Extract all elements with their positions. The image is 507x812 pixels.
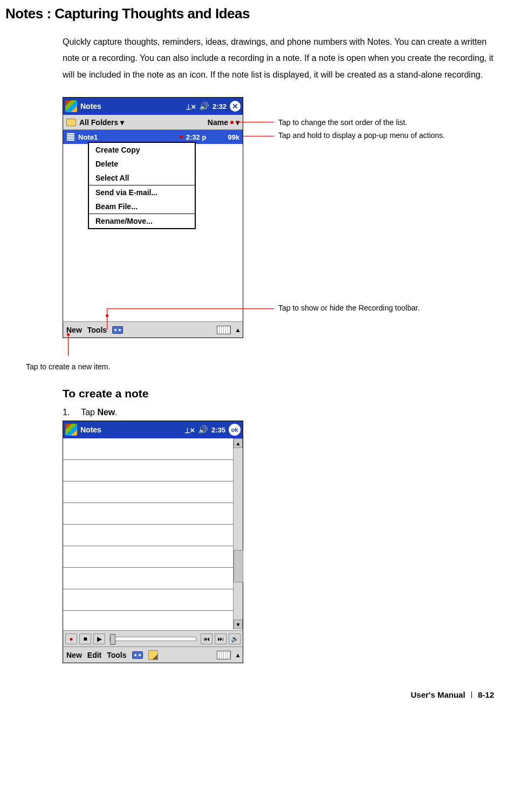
bottom-toolbar: New Edit Tools ▴ bbox=[63, 646, 243, 663]
app-title: Notes bbox=[80, 425, 185, 434]
vertical-scrollbar[interactable]: ▲ ▼ bbox=[233, 438, 243, 629]
folder-dropdown[interactable]: All Folders ▾ bbox=[79, 118, 124, 127]
callout-dot-icon bbox=[180, 135, 183, 139]
sip-arrow-icon[interactable]: ▴ bbox=[236, 326, 239, 334]
scroll-down-button[interactable]: ▼ bbox=[234, 620, 243, 629]
stop-button[interactable]: ■ bbox=[79, 634, 91, 644]
notes-list-screenshot: Notes ⟂× 🔊 2:32 ✕ All Folders ▾ Name ▾ N… bbox=[63, 97, 243, 338]
recording-toolbar-toggle-icon[interactable] bbox=[112, 326, 123, 334]
note-name: Note1 bbox=[78, 133, 98, 141]
title-bar: Notes ⟂× 🔊 2:35 ok bbox=[63, 421, 243, 438]
menu-select-all[interactable]: Select All bbox=[89, 171, 195, 185]
volume-icon[interactable]: 🔊 bbox=[198, 425, 208, 435]
start-flag-icon[interactable] bbox=[65, 424, 77, 436]
menu-rename-move[interactable]: Rename/Move... bbox=[89, 214, 195, 228]
callout-sort: Tap to change the sort order of the list… bbox=[278, 118, 456, 128]
signal-icon[interactable]: ⟂× bbox=[185, 425, 195, 435]
volume-button[interactable]: 🔊 bbox=[229, 634, 241, 644]
callout-recbar: Tap to show or hide the Recording toolba… bbox=[278, 303, 456, 314]
playback-slider[interactable] bbox=[109, 637, 196, 641]
scroll-thumb[interactable] bbox=[234, 550, 243, 582]
edit-button[interactable]: Edit bbox=[87, 651, 101, 659]
keyboard-icon[interactable] bbox=[217, 326, 231, 334]
page-heading: Notes : Capturing Thoughts and Ideas bbox=[5, 5, 496, 22]
next-button[interactable]: ⏭ bbox=[215, 634, 227, 644]
intro-paragraph: Quickly capture thoughts, reminders, ide… bbox=[63, 34, 496, 83]
tools-button[interactable]: Tools bbox=[87, 326, 107, 334]
clock: 2:32 bbox=[213, 102, 227, 111]
play-button[interactable]: ▶ bbox=[93, 634, 105, 644]
menu-send-email[interactable]: Send via E-mail... bbox=[89, 185, 195, 199]
tools-button[interactable]: Tools bbox=[107, 651, 126, 659]
record-button[interactable]: ● bbox=[65, 634, 77, 644]
note-icon bbox=[66, 133, 75, 141]
callout-line bbox=[236, 122, 274, 122]
recording-toolbar: ● ■ ▶ ⏮ ⏭ 🔊 bbox=[63, 630, 243, 646]
recording-toolbar-toggle-icon[interactable] bbox=[132, 651, 143, 659]
clock: 2:35 bbox=[211, 426, 225, 434]
callout-line bbox=[68, 333, 68, 356]
subheading: To create a note bbox=[63, 387, 496, 400]
ok-button[interactable]: ok bbox=[229, 424, 241, 436]
note-size: 99k bbox=[228, 133, 239, 141]
callout-new-item: Tap to create a new item. bbox=[26, 362, 496, 371]
scroll-up-button[interactable]: ▲ bbox=[234, 438, 243, 448]
notes-editor-screenshot: Notes ⟂× 🔊 2:35 ok ▲ ▼ ● ■ ▶ ⏮ ⏭ 🔊 New E… bbox=[63, 421, 243, 663]
close-button[interactable]: ✕ bbox=[230, 101, 241, 112]
note-canvas[interactable] bbox=[63, 438, 233, 629]
page-footer: User's Manual ㅣ 8-12 bbox=[5, 690, 496, 700]
bottom-toolbar: New Tools ▴ bbox=[63, 321, 243, 338]
note-time: 2:32 p bbox=[186, 133, 207, 141]
app-title: Notes bbox=[80, 102, 186, 111]
figure-1: Notes ⟂× 🔊 2:32 ✕ All Folders ▾ Name ▾ N… bbox=[63, 97, 499, 356]
start-flag-icon[interactable] bbox=[65, 100, 77, 112]
folder-icon[interactable] bbox=[66, 119, 76, 126]
title-bar: Notes ⟂× 🔊 2:32 ✕ bbox=[63, 98, 243, 115]
menu-delete[interactable]: Delete bbox=[89, 157, 195, 171]
callout-line bbox=[107, 308, 274, 309]
callout-line bbox=[243, 136, 274, 136]
pen-toggle-icon[interactable] bbox=[148, 650, 158, 660]
callout-hold: Tap and hold to display a pop-up menu of… bbox=[278, 130, 456, 141]
step-1: 1. Tap New. bbox=[63, 408, 496, 417]
callout-dot-icon bbox=[230, 121, 234, 124]
callout-line bbox=[107, 308, 107, 330]
context-menu: Create Copy Delete Select All Send via E… bbox=[88, 142, 196, 229]
new-button[interactable]: New bbox=[66, 651, 82, 659]
folder-sort-bar: All Folders ▾ Name ▾ bbox=[63, 115, 243, 130]
sort-dropdown[interactable]: Name ▾ bbox=[208, 118, 239, 127]
menu-beam-file[interactable]: Beam File... bbox=[89, 199, 195, 214]
sip-arrow-icon[interactable]: ▴ bbox=[236, 651, 239, 659]
volume-icon[interactable]: 🔊 bbox=[199, 101, 209, 111]
keyboard-icon[interactable] bbox=[217, 651, 231, 659]
menu-create-copy[interactable]: Create Copy bbox=[89, 143, 195, 157]
signal-icon[interactable]: ⟂× bbox=[186, 102, 196, 111]
prev-button[interactable]: ⏮ bbox=[201, 634, 213, 644]
